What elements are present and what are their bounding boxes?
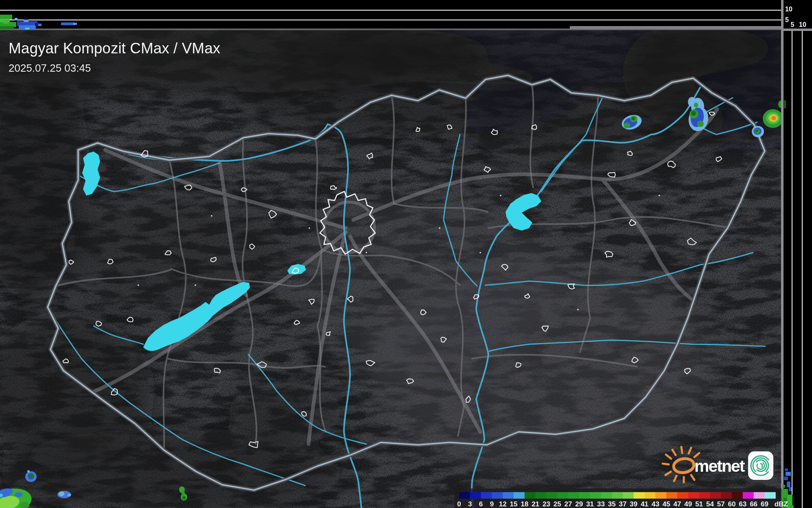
colorbar-label: 23 [543, 500, 550, 508]
colorbar-swatch [568, 492, 579, 499]
logo-text: metnet [694, 457, 745, 475]
colorbar-label: 35 [608, 500, 616, 508]
profile-echo-pixel [787, 482, 790, 487]
colorbar-swatch [721, 492, 732, 499]
profile-echo-pixel [25, 28, 29, 29]
colorbar-swatch [732, 492, 743, 499]
right-axis-label-5: 5 [791, 21, 794, 28]
profile-echo-pixel [784, 100, 786, 108]
colorbar-swatch [503, 492, 514, 499]
colorbar-swatch [481, 492, 492, 499]
colorbar-swatch [546, 492, 557, 499]
colorbar-swatch [470, 492, 481, 499]
town-dot [500, 195, 501, 196]
colorbar-label: 60 [728, 500, 736, 508]
echo-shape [772, 116, 776, 120]
echo-sw-cell-3 [57, 491, 71, 498]
colorbar-swatch [754, 492, 765, 499]
profile-echo-pixel [0, 26, 14, 29]
colorbar-label: 3 [468, 500, 472, 508]
echo-shape [27, 470, 30, 473]
colorbar-swatch [601, 492, 612, 499]
profile-echo-pixel [61, 22, 75, 25]
colorbar-label: 15 [510, 500, 518, 508]
colorbar-swatch [699, 492, 710, 499]
colorbar-label: 66 [750, 500, 757, 508]
corner-baseline [784, 29, 812, 31]
colorbar-label: 41 [641, 500, 648, 508]
echo-shape [15, 492, 23, 497]
profile-echo-pixel [786, 472, 791, 476]
colorbar-swatch [743, 492, 754, 499]
colorbar-panel: 0369121518212325272931333537394143454749… [454, 488, 788, 508]
timestamp: 2025.07.25 03:45 [9, 62, 91, 74]
profile-echo-pixel [73, 23, 77, 25]
colorbar-label: 6 [479, 500, 483, 508]
colorbar-swatch [634, 492, 645, 499]
town-dot [309, 227, 310, 229]
colorbar-label: 49 [684, 500, 692, 508]
colorbar-label: 31 [586, 500, 594, 508]
colorbar-label: 51 [695, 500, 703, 508]
colorbar-swatch [623, 492, 634, 499]
colorbar-swatch [612, 492, 623, 499]
town-dot [211, 215, 212, 217]
colorbar-label: 33 [597, 500, 605, 508]
colorbar-label: 54 [706, 500, 714, 508]
colorbar-swatch [459, 492, 470, 499]
echo-shape [694, 103, 698, 108]
radar-composite-screen: 10 5 5 10 Magyar Kompozit CMax / VMax 20… [0, 0, 812, 508]
top-panel-baseline [570, 26, 781, 29]
colorbar-swatch [688, 492, 699, 499]
top-axis-label-5: 5 [785, 16, 789, 23]
radar-map-canvas: 10 5 5 10 Magyar Kompozit CMax / VMax 20… [0, 0, 812, 508]
corner-axis-box [784, 0, 812, 29]
colorbar-swatch [536, 492, 547, 499]
colorbar-label: 9 [490, 500, 494, 508]
profile-echo-pixel [790, 505, 794, 508]
echo-shape [59, 491, 64, 496]
colorbar-swatch [492, 492, 503, 499]
colorbar-swatch [590, 492, 601, 499]
colorbar-swatch [764, 492, 775, 499]
town-dot [577, 309, 579, 310]
echo-shape [632, 117, 635, 120]
profile-echo-pixel [784, 477, 788, 480]
echo-shape [182, 496, 186, 499]
colorbar-swatch [557, 492, 568, 499]
right-axis-label-10: 10 [799, 21, 806, 28]
echo-shape [691, 111, 696, 116]
profile-echo-pixel [38, 24, 42, 26]
colorbar-label: 27 [565, 500, 572, 508]
colorbar-label: 63 [739, 500, 746, 508]
colorbar-label: 57 [717, 500, 725, 508]
town-dot [439, 227, 440, 229]
echo-shape [29, 473, 34, 478]
town-dot [366, 252, 367, 253]
town-dot [479, 252, 481, 253]
colorbar-swatch [514, 492, 525, 499]
colorbar-label: 25 [554, 500, 561, 508]
panel-separator [781, 0, 784, 508]
colorbar-unit: dBZ [775, 500, 788, 508]
profile-echo-pixel [24, 20, 28, 22]
colorbar-label: 29 [575, 500, 583, 508]
colorbar-swatch [710, 492, 721, 499]
top-axis-label-10: 10 [785, 6, 792, 13]
town-dot [195, 284, 196, 286]
echo-east-cell-2 [752, 126, 764, 137]
echo-shape [624, 123, 630, 128]
profile-echo-pixel [789, 487, 792, 491]
map-area [0, 4, 812, 508]
profile-echo-pixel [3, 20, 9, 24]
colorbar-label: 43 [652, 500, 659, 508]
colorbar-label: 39 [630, 500, 637, 508]
echo-shape [697, 121, 704, 127]
colorbar-swatch [677, 492, 688, 499]
town-dot [659, 195, 660, 196]
profile-echo-pixel [782, 485, 785, 488]
colorbar-label: 18 [521, 500, 528, 508]
colorbar-swatch [666, 492, 677, 499]
top-profile-panel [0, 0, 781, 29]
echo-shape [755, 130, 758, 132]
